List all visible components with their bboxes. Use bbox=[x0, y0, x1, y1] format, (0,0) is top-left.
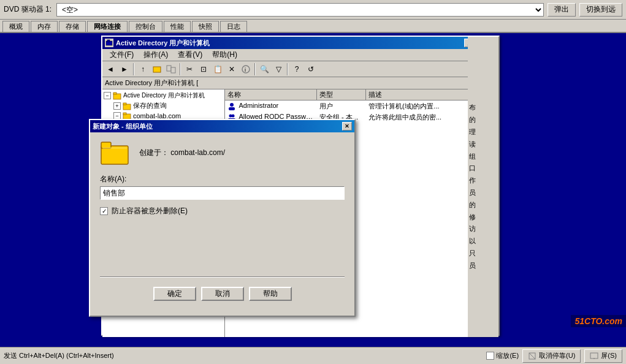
dialog-created-value: combat-lab.com/ bbox=[170, 148, 225, 157]
dialog-close-button[interactable]: ✕ bbox=[342, 122, 352, 131]
dialog-name-row: 名称(A): bbox=[100, 174, 345, 200]
ok-button[interactable]: 确定 bbox=[153, 287, 196, 301]
prevent-delete-checkbox[interactable]: ✓ bbox=[100, 207, 108, 215]
shrink-checkbox-row: 缩放(E) bbox=[486, 351, 519, 360]
tab-storage[interactable]: 存储 bbox=[59, 21, 86, 32]
tab-network[interactable]: 网络连接 bbox=[87, 21, 128, 32]
user-icon-admin bbox=[227, 102, 236, 110]
dialog-body: 创建于： combat-lab.com/ 名称(A): ✓ 防止容器被意外删除(… bbox=[90, 132, 354, 316]
svg-rect-12 bbox=[123, 113, 126, 115]
toolbar-sep-2 bbox=[180, 63, 181, 75]
new-object-dialog: 新建对象 - 组织单位 ✕ 创建于： combat-lab.com/ bbox=[89, 119, 356, 317]
cancel-button[interactable]: 取消 bbox=[201, 287, 244, 301]
toolbar-refresh[interactable]: ↺ bbox=[304, 63, 318, 76]
svg-text:i: i bbox=[245, 67, 246, 73]
tree-expand-root[interactable]: − bbox=[104, 92, 111, 99]
column-headers: 名称 类型 描述 bbox=[225, 89, 498, 100]
main-area: Active Directory 用户和计算机 _ □ ✕ 文件(F) 操作(A… bbox=[0, 33, 626, 347]
ad-window-title: Active Directory 用户和计算机 bbox=[116, 39, 464, 48]
svg-rect-1 bbox=[107, 40, 110, 42]
dialog-separator bbox=[100, 276, 345, 277]
ad-header-text: Active Directory 用户和计算机 [ bbox=[105, 78, 198, 88]
cancel-dock-button[interactable]: 取消停靠(U) bbox=[522, 349, 581, 363]
ad-menubar: 文件(F) 操作(A) 查看(V) 帮助(H) bbox=[102, 49, 498, 61]
dialog-name-input[interactable] bbox=[100, 186, 345, 200]
right-sidebar: 布的理读组口作员的修访以只员 bbox=[468, 37, 498, 337]
ad-toolbar: ◄ ► ↑ ✂ ⊡ 📋 ✕ i 🔍 ▽ ? ↺ bbox=[102, 61, 498, 77]
tab-log[interactable]: 日志 bbox=[220, 21, 247, 32]
toolbar-sep-4 bbox=[287, 63, 288, 75]
toolbar-paste[interactable]: 📋 bbox=[211, 63, 224, 76]
list-item-admin[interactable]: Administrator 用户 管理计算机(域)的内置... bbox=[225, 100, 498, 112]
svg-rect-3 bbox=[167, 66, 171, 71]
toolbar-sep-3 bbox=[254, 63, 256, 75]
dialog-titlebar: 新建对象 - 组织单位 ✕ bbox=[90, 120, 354, 132]
toolbar-properties[interactable]: i bbox=[239, 63, 253, 76]
svg-rect-4 bbox=[171, 67, 175, 73]
toolbar-icon2[interactable] bbox=[164, 63, 178, 76]
col-name[interactable]: 名称 bbox=[225, 89, 317, 100]
list-type-admin: 用户 bbox=[317, 102, 366, 111]
watermark: 51CTO.com bbox=[571, 315, 626, 327]
sidebar-text: 布的理读组口作员的修访以只员 bbox=[469, 102, 497, 271]
tree-saved-queries[interactable]: + 保存的查询 bbox=[104, 100, 223, 111]
eject-button[interactable]: 弹出 bbox=[548, 3, 576, 17]
toolbar-help[interactable]: ? bbox=[290, 63, 303, 76]
screen-icon bbox=[590, 352, 598, 360]
svg-rect-34 bbox=[102, 147, 127, 149]
col-type[interactable]: 类型 bbox=[317, 89, 366, 100]
top-bar: DVD 驱动器 1: <空> 弹出 切换到远 bbox=[0, 0, 626, 20]
menu-help[interactable]: 帮助(H) bbox=[207, 48, 242, 61]
tab-performance[interactable]: 性能 bbox=[164, 21, 191, 32]
menu-view[interactable]: 查看(V) bbox=[173, 48, 207, 61]
folder-svg bbox=[100, 140, 129, 165]
toolbar-sep-1 bbox=[133, 63, 134, 75]
toolbar-forward[interactable]: ► bbox=[118, 63, 131, 76]
menu-action[interactable]: 操作(A) bbox=[139, 48, 173, 61]
ad-titlebar: Active Directory 用户和计算机 _ □ ✕ bbox=[102, 37, 498, 49]
dialog-created-info: 创建于： combat-lab.com/ bbox=[139, 148, 225, 158]
svg-rect-28 bbox=[229, 107, 235, 110]
status-text: 发送 Ctrl+Alt+Del(A) (Ctrl+Alt+Insert) bbox=[4, 351, 486, 360]
toolbar-up[interactable]: ↑ bbox=[136, 63, 150, 76]
screen-button[interactable]: 屏(S) bbox=[584, 349, 622, 363]
cancel-dock-icon bbox=[528, 352, 536, 360]
toolbar-cut[interactable]: ✂ bbox=[183, 63, 196, 76]
toolbar-search[interactable]: 🔍 bbox=[258, 63, 271, 76]
tree-folder-icon bbox=[122, 102, 132, 110]
dialog-buttons: 确定 取消 帮助 bbox=[100, 282, 345, 308]
tree-root[interactable]: − Active Directory 用户和计算机 bbox=[104, 91, 223, 100]
tab-overview[interactable]: 概观 bbox=[2, 21, 29, 32]
tab-console[interactable]: 控制台 bbox=[129, 21, 162, 32]
toolbar-icon1[interactable] bbox=[150, 63, 164, 76]
tab-memory[interactable]: 内存 bbox=[31, 21, 58, 32]
svg-point-27 bbox=[230, 103, 234, 107]
svg-rect-2 bbox=[153, 67, 161, 72]
menu-file[interactable]: 文件(F) bbox=[105, 48, 139, 61]
dialog-spacer bbox=[100, 222, 345, 271]
dialog-name-label: 名称(A): bbox=[100, 174, 345, 184]
tree-expand-saved[interactable]: + bbox=[113, 102, 121, 110]
shrink-checkbox[interactable] bbox=[486, 352, 494, 360]
toolbar-back[interactable]: ◄ bbox=[104, 63, 117, 76]
switch-button[interactable]: 切换到远 bbox=[579, 3, 622, 17]
tab-snapshot[interactable]: 快照 bbox=[192, 21, 219, 32]
toolbar-filter[interactable]: ▽ bbox=[272, 63, 285, 76]
dialog-checkbox-row: ✓ 防止容器被意外删除(E) bbox=[100, 206, 345, 216]
toolbar-delete[interactable]: ✕ bbox=[225, 63, 239, 76]
status-bar: 发送 Ctrl+Alt+Del(A) (Ctrl+Alt+Insert) 缩放(… bbox=[0, 347, 626, 364]
svg-rect-37 bbox=[590, 353, 598, 358]
checkbox-label: 防止容器被意外删除(E) bbox=[112, 206, 188, 216]
toolbar-copy[interactable]: ⊡ bbox=[197, 63, 210, 76]
dialog-title: 新建对象 - 组织单位 bbox=[93, 122, 342, 131]
dvd-label: DVD 驱动器 1: bbox=[4, 4, 52, 15]
status-right: 缩放(E) 取消停靠(U) 屏(S) bbox=[486, 349, 622, 363]
dvd-select[interactable]: <空> bbox=[56, 3, 544, 17]
svg-point-30 bbox=[232, 115, 235, 118]
list-name-admin: Administrator bbox=[225, 102, 317, 110]
svg-line-36 bbox=[529, 353, 535, 359]
svg-point-5 bbox=[242, 66, 250, 73]
ad-window-icon bbox=[105, 39, 113, 47]
dialog-icon-row: 创建于： combat-lab.com/ bbox=[100, 140, 345, 165]
help-button[interactable]: 帮助 bbox=[249, 287, 292, 301]
